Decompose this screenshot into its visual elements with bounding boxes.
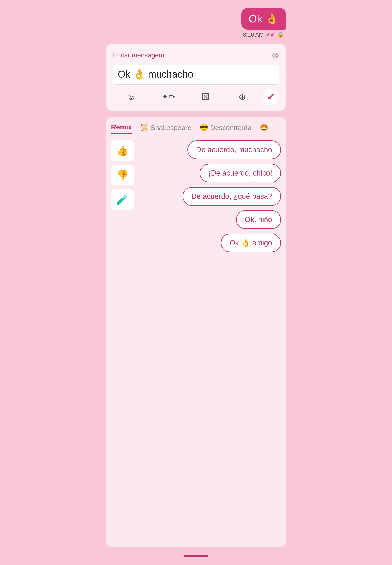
check-icon: ✔ (267, 91, 275, 102)
message-meta: 8:10 AM ✔✔ 🔒 (106, 31, 286, 38)
send-button[interactable]: ✔ (263, 89, 279, 105)
edit-label: Editar mensagem (113, 51, 164, 59)
suggestion-item[interactable]: De acuerdo, ¿qué pasa? (182, 187, 281, 206)
bottom-indicator-bar (184, 555, 208, 557)
edit-header: Editar mensagem ⊗ (113, 50, 279, 60)
ai-sparkle-icon[interactable]: ✦✏ (150, 92, 187, 102)
thumbs-down-button[interactable]: 👎 (111, 165, 134, 185)
double-check-icon: ✔✔ (266, 31, 275, 38)
tab-remix[interactable]: Remix (111, 123, 132, 134)
edit-message-panel: Editar mensagem ⊗ Ok 👌 muchacho ☺ ✦✏ 🖼 ⊕… (106, 44, 286, 111)
edit-input-text[interactable]: Ok 👌 muchacho (118, 69, 193, 80)
remix-actions: 👍 👎 🧪 (111, 140, 136, 252)
sent-message-container: Ok 👌 (106, 8, 286, 30)
add-icon[interactable]: ⊕ (224, 92, 261, 102)
suggestion-item[interactable]: De acuerdo, muchacho (187, 140, 281, 159)
lock-icon: 🔒 (277, 31, 284, 38)
close-icon[interactable]: ⊗ (272, 50, 279, 60)
suggestions-list: De acuerdo, muchacho ¡De acuerdo, chico!… (140, 140, 281, 252)
thumbs-up-button[interactable]: 👍 (111, 140, 134, 161)
sent-message-bubble: Ok 👌 (241, 8, 286, 30)
tab-extra[interactable]: 🤩 (260, 124, 268, 134)
tab-shakespeare[interactable]: 📜 Shakespeare (140, 124, 192, 134)
lab-button[interactable]: 🧪 (111, 189, 134, 210)
remix-tabs: Remix 📜 Shakespeare 😎 Descontraída 🤩 (111, 123, 281, 134)
remix-panel: Remix 📜 Shakespeare 😎 Descontraída 🤩 👍 👎… (106, 117, 286, 547)
tab-descontraida[interactable]: 😎 Descontraída (200, 124, 252, 134)
edit-input-row: Ok 👌 muchacho (113, 65, 279, 84)
thumbs-up-icon: 👍 (116, 145, 128, 156)
remix-content: 👍 👎 🧪 De acuerdo, muchacho ¡De acuerdo, … (111, 140, 281, 252)
edit-toolbar: ☺ ✦✏ 🖼 ⊕ ✔ (113, 89, 279, 105)
image-icon[interactable]: 🖼 (187, 92, 224, 102)
sent-message-text: Ok 👌 (249, 13, 279, 25)
suggestion-item[interactable]: Ok 👌 amigo (221, 234, 281, 252)
thumbs-down-icon: 👎 (116, 169, 128, 181)
emoji-picker-icon[interactable]: ☺ (113, 92, 150, 102)
lab-icon: 🧪 (116, 194, 128, 205)
message-time: 8:10 AM (243, 31, 264, 38)
suggestion-item[interactable]: Ok, niño (236, 210, 281, 229)
suggestion-item[interactable]: ¡De acuerdo, chico! (200, 164, 281, 182)
